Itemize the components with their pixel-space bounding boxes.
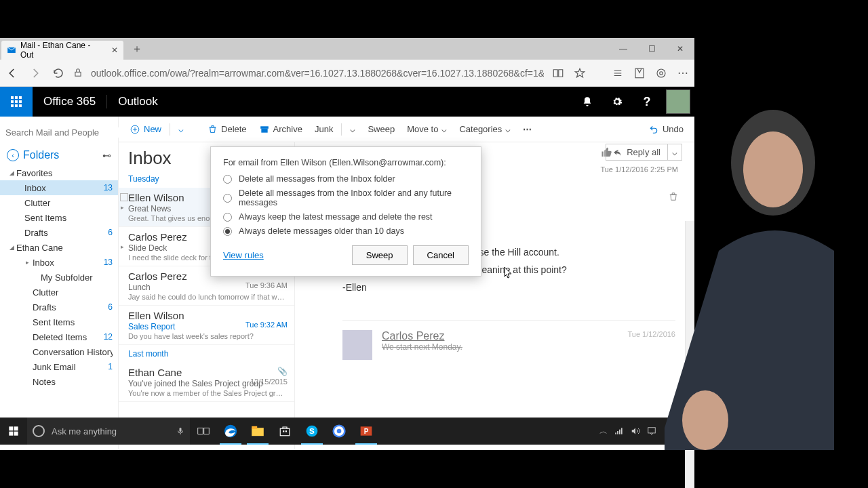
pin-icon[interactable]: ⊷ — [102, 150, 111, 161]
start-button[interactable] — [0, 418, 27, 445]
skype-app-icon[interactable]: S — [298, 418, 326, 445]
app-launcher[interactable] — [0, 87, 33, 117]
plus-icon — [130, 124, 140, 135]
folder-sent-items[interactable]: Sent Items — [0, 314, 118, 329]
new-button[interactable]: New — [125, 121, 165, 138]
search-box[interactable] — [0, 119, 118, 145]
sweep-option[interactable]: Delete all messages from the Inbox folde… — [223, 174, 469, 184]
webnote-icon[interactable] — [632, 66, 647, 81]
svg-point-3 — [657, 69, 665, 77]
svg-rect-29 — [616, 432, 617, 434]
share-icon[interactable] — [654, 66, 669, 81]
favorite-icon[interactable] — [572, 66, 587, 81]
thread-item[interactable]: Carlos Perez We start next Monday. Tue 1… — [342, 320, 675, 360]
mail-icon — [7, 45, 16, 55]
delete-message-icon[interactable] — [669, 191, 678, 202]
sweep-option[interactable]: Delete all messages from the Inbox folde… — [223, 188, 469, 207]
cortana-icon — [33, 425, 45, 437]
hub-icon[interactable] — [610, 66, 625, 81]
sweep-option[interactable]: Always delete messages older than 10 day… — [223, 226, 469, 236]
maximize-button[interactable]: ☐ — [637, 38, 666, 60]
store-app-icon[interactable] — [271, 418, 298, 445]
folder-notes[interactable]: Notes — [0, 374, 118, 389]
notifications-icon[interactable] — [572, 87, 602, 117]
sweep-confirm-button[interactable]: Sweep — [352, 245, 408, 265]
help-icon[interactable]: ? — [632, 87, 662, 117]
presenter-overlay — [665, 81, 868, 450]
new-tab-button[interactable]: ＋ — [129, 41, 145, 57]
radio-icon — [223, 227, 232, 236]
categories-button[interactable]: Categories ⌵ — [455, 121, 515, 137]
mic-icon[interactable] — [176, 426, 184, 436]
close-icon[interactable]: ✕ — [111, 45, 118, 55]
folder-clutter[interactable]: Clutter — [0, 285, 118, 300]
search-input[interactable] — [5, 127, 119, 138]
powerpoint-app-icon[interactable]: P — [353, 418, 380, 445]
folder-drafts[interactable]: Drafts6 — [0, 225, 118, 240]
svg-rect-15 — [204, 428, 210, 434]
folders-header[interactable]: ‹ Folders ⊷ — [0, 145, 118, 165]
refresh-button[interactable] — [50, 65, 66, 81]
folder-junk-email[interactable]: Junk Email1 — [0, 359, 118, 374]
svg-point-26 — [337, 429, 342, 434]
new-dropdown[interactable]: ⌵ — [174, 121, 188, 137]
message-item[interactable]: Ellen WilsonSales ReportDo you have last… — [119, 306, 294, 345]
cortana-search[interactable]: Ask me anything — [27, 418, 190, 445]
folder-deleted-items[interactable]: Deleted Items12 — [0, 329, 118, 344]
folder-drafts[interactable]: Drafts6 — [0, 300, 118, 314]
thread-preview: We start next Monday. — [382, 342, 462, 352]
folder-my-subfolder[interactable]: My Subfolder — [0, 270, 118, 285]
browser-tab[interactable]: Mail - Ethan Cane - Out ✕ — [1, 41, 123, 60]
archive-button[interactable]: Archive — [255, 121, 307, 138]
suite-brand[interactable]: Office 365 — [33, 95, 106, 108]
svg-rect-12 — [14, 432, 18, 436]
svg-rect-20 — [283, 430, 284, 432]
svg-rect-31 — [619, 430, 620, 434]
volume-icon[interactable] — [631, 426, 640, 436]
sweep-button[interactable]: Sweep — [363, 121, 399, 137]
scrollbar[interactable] — [685, 221, 694, 488]
folder-sent-items[interactable]: Sent Items — [0, 210, 118, 225]
user-avatar[interactable] — [666, 89, 690, 114]
view-rules-link[interactable]: View rules — [223, 250, 264, 260]
forward-button[interactable] — [27, 65, 43, 81]
explorer-app-icon[interactable] — [244, 418, 271, 445]
taskbar-clock[interactable]: PM 4/2016 — [667, 423, 690, 439]
network-icon[interactable] — [614, 427, 624, 435]
svg-text:P: P — [364, 428, 369, 435]
address-bar[interactable]: outlook.office.com/owa/?realm=arrowmar.c… — [91, 68, 544, 79]
sweep-option[interactable]: Always keep the latest message and delet… — [223, 212, 469, 222]
reply-dropdown[interactable]: ⌵ — [667, 144, 682, 160]
folder-clutter[interactable]: Clutter — [0, 195, 118, 210]
minimize-button[interactable]: — — [609, 38, 637, 60]
moveto-button[interactable]: Move to ⌵ — [403, 121, 451, 137]
cancel-button[interactable]: Cancel — [413, 245, 469, 265]
more-commands[interactable]: ⋯ — [519, 121, 536, 137]
folder-ethan-cane[interactable]: ◢Ethan Cane — [0, 240, 118, 255]
folder-inbox[interactable]: ▸Inbox13 — [0, 255, 118, 270]
chrome-app-icon[interactable] — [326, 418, 353, 445]
reply-all-button[interactable]: Reply all ⌵ — [606, 144, 682, 161]
svg-point-4 — [660, 71, 663, 75]
junk-dropdown[interactable]: ⌵ — [346, 121, 359, 137]
svg-rect-19 — [280, 428, 290, 436]
junk-button[interactable]: Junk — [311, 121, 337, 137]
back-button[interactable] — [4, 65, 20, 81]
more-icon[interactable]: ⋯ — [675, 66, 690, 81]
svg-rect-18 — [252, 426, 257, 429]
reading-view-icon[interactable] — [551, 66, 566, 81]
task-view-button[interactable] — [190, 418, 217, 445]
folder-inbox[interactable]: Inbox13 — [0, 180, 118, 195]
edge-app-icon[interactable] — [217, 418, 244, 445]
delete-button[interactable]: Delete — [203, 121, 251, 138]
svg-rect-21 — [285, 430, 287, 432]
action-center-icon[interactable] — [647, 426, 656, 436]
folder-favorites[interactable]: ◢Favorites — [0, 165, 118, 180]
settings-icon[interactable] — [602, 87, 632, 117]
thread-date: Tue 1/12/2016 — [627, 330, 675, 338]
tray-chevron-icon[interactable]: ︿ — [599, 426, 608, 437]
undo-button[interactable]: Undo — [644, 121, 688, 138]
message-item[interactable]: 📎Ethan CaneYou've joined the Sales Proje… — [119, 363, 294, 402]
close-window-button[interactable]: ✕ — [666, 38, 694, 60]
folder-conversation-history[interactable]: Conversation History — [0, 344, 118, 359]
